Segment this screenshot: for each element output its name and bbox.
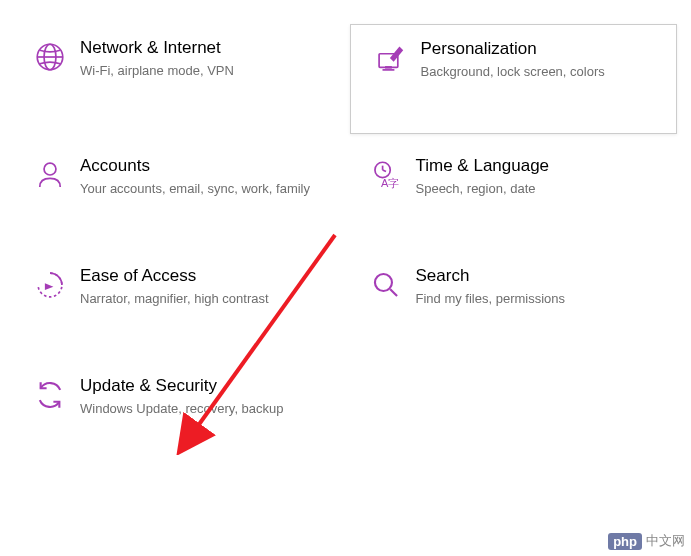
ease-access-icon [20,266,80,302]
watermark-badge: php [608,533,642,550]
tile-ease-of-access[interactable]: Ease of Access Narrator, magnifier, high… [10,248,346,358]
tile-title: Time & Language [416,156,664,176]
tile-title: Personalization [421,39,659,59]
watermark: php 中文网 [608,532,685,550]
paintbrush-icon [361,39,421,75]
sync-icon [20,376,80,412]
svg-point-12 [374,274,391,291]
svg-line-9 [382,170,385,172]
tile-desc: Your accounts, email, sync, work, family [80,180,328,198]
tile-desc: Windows Update, recovery, backup [80,400,328,418]
tile-search[interactable]: Search Find my files, permissions [346,248,682,358]
tile-title: Network & Internet [80,38,328,58]
globe-icon [20,38,80,74]
tile-desc: Wi-Fi, airplane mode, VPN [80,62,328,80]
tile-title: Search [416,266,664,286]
person-icon [20,156,80,192]
svg-marker-11 [45,283,54,290]
tile-title: Accounts [80,156,328,176]
tile-title: Update & Security [80,376,328,396]
tile-title: Ease of Access [80,266,328,286]
tile-desc: Find my files, permissions [416,290,664,308]
tile-desc: Background, lock screen, colors [421,63,659,81]
tile-time-language[interactable]: A字 Time & Language Speech, region, date [346,138,682,248]
svg-text:A字: A字 [380,177,398,189]
watermark-text: 中文网 [646,532,685,550]
svg-line-13 [390,289,397,296]
tile-desc: Narrator, magnifier, high contrast [80,290,328,308]
tile-update-security[interactable]: Update & Security Windows Update, recove… [10,358,346,468]
tile-desc: Speech, region, date [416,180,664,198]
settings-grid: Network & Internet Wi-Fi, airplane mode,… [0,0,691,488]
svg-point-6 [44,163,56,175]
tile-accounts[interactable]: Accounts Your accounts, email, sync, wor… [10,138,346,248]
search-icon [356,266,416,302]
tile-personalization[interactable]: Personalization Background, lock screen,… [350,24,678,134]
tile-network[interactable]: Network & Internet Wi-Fi, airplane mode,… [10,20,346,138]
clock-language-icon: A字 [356,156,416,192]
